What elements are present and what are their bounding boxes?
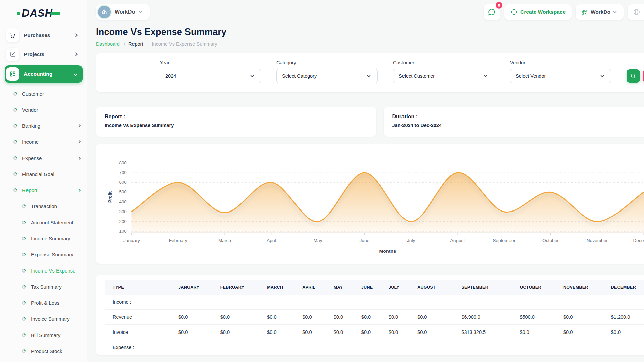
create-workspace-button[interactable]: Create Workspace (504, 4, 572, 20)
sidebar-item-financial-goal[interactable]: Financial Goal (5, 166, 83, 182)
duration-summary-card: Duration : Jan-2024 to Dec-2024 (384, 107, 644, 137)
value-cell: $0.0 (385, 325, 414, 340)
category-select[interactable]: Select Category (276, 69, 378, 83)
chevron-down-icon (367, 74, 371, 77)
x-tick-label: March (218, 238, 231, 243)
chevron-right-icon (123, 43, 125, 45)
value-cell: $0.0 (358, 325, 385, 340)
customer-select[interactable]: Select Customer (393, 69, 494, 83)
bullet-icon (13, 108, 17, 112)
value-cell: $313,320.5 (458, 325, 516, 340)
sidebar-item-income[interactable]: Income (5, 134, 83, 150)
x-tick-label: October (542, 238, 559, 243)
bullet-icon (22, 204, 26, 208)
value-cell: $0.0 (358, 310, 385, 325)
x-tick-label: August (450, 238, 465, 243)
sidebar-item-accounting[interactable]: Accounting (5, 65, 83, 83)
select-value: Select Category (282, 73, 317, 79)
sidebar-item-expense-summary[interactable]: Expense Summary (5, 246, 83, 262)
x-axis-title: Months (379, 248, 396, 254)
logo-dash-icon (50, 12, 60, 15)
duration-card-title: Duration : (392, 114, 644, 120)
sidebar-item-label: Tax Summary (31, 284, 83, 290)
sidebar-item-label: Vendor (22, 107, 83, 113)
sidebar-item-customer[interactable]: Customer (5, 85, 83, 102)
cart-icon (6, 28, 19, 42)
sidebar-item-income-summary[interactable]: Income Summary (5, 230, 83, 246)
sidebar-item-label: Income Summary (31, 236, 83, 241)
x-tick-label: January (123, 238, 140, 243)
sidebar-item-label: Invoice Summary (31, 316, 83, 322)
chevron-down-icon (74, 72, 77, 76)
bullet-icon (13, 188, 17, 192)
sidebar-item-account-statement[interactable]: Account Statement (5, 214, 83, 230)
sidebar-item-projects[interactable]: Projects (5, 45, 83, 64)
column-header: SEPTEMBER (458, 280, 516, 295)
value-cell: $0.0 (299, 310, 330, 325)
row-type-cell: Invoice (105, 325, 175, 340)
bullet-icon (22, 317, 26, 321)
filter-buttons (627, 69, 644, 83)
sidebar-item-expense[interactable]: Expense (5, 150, 83, 166)
sidebar-item-banking[interactable]: Banking (5, 118, 83, 134)
summary-cards: Report : Income Vs Expense Summary Durat… (96, 107, 644, 137)
sidebar-item-tax-summary[interactable]: Tax Summary (5, 279, 83, 295)
x-tick-label: September (493, 238, 516, 243)
breadcrumb-report[interactable]: Report (128, 41, 143, 47)
messages-button[interactable]: 0 (484, 4, 500, 20)
year-select[interactable]: 2024 (160, 69, 261, 83)
sidebar-item-label: Projects (24, 51, 74, 57)
create-workspace-label: Create Workspace (520, 9, 566, 15)
report-table: TYPEJANUARYFEBRUARYMARCHAPRILMAYJUNEJULY… (105, 280, 644, 355)
workdo-menu-button[interactable]: WorkDo (576, 4, 624, 20)
brand-logo[interactable]: DASH (17, 7, 83, 19)
breadcrumb-current: Income Vs Expense Summary (152, 41, 217, 47)
report-card-title: Report : (105, 114, 368, 120)
bullet-icon (22, 237, 26, 240)
sidebar-item-income-vs-expense[interactable]: Income Vs Expense (5, 262, 83, 279)
filter-label: Customer (393, 60, 494, 65)
sidebar-item-label: Profit & Loss (31, 300, 83, 306)
y-tick-label: 500 (119, 190, 127, 195)
value-cell: $500.0 (516, 310, 560, 325)
sidebar-item-product-stock[interactable]: Product Stock (5, 343, 83, 359)
value-cell: $0.0 (330, 325, 358, 340)
column-header: FEBRUARY (217, 280, 264, 295)
breadcrumb-dashboard[interactable]: Dashboard (96, 41, 120, 47)
apply-filter-button[interactable] (627, 69, 640, 83)
table-row: Invoice$0.0$0.0$0.0$0.0$0.0$0.0$0.0$0.0$… (105, 325, 644, 340)
sidebar-item-purchases[interactable]: Purchases (5, 25, 83, 45)
bullet-icon (22, 253, 26, 256)
sidebar-item-vendor[interactable]: Vendor (5, 102, 83, 118)
sidebar-item-label: Purchases (24, 32, 74, 38)
value-cell: $0.0 (608, 325, 644, 340)
sidebar-item-label: Accounting (24, 71, 74, 77)
language-selector[interactable]: EN (628, 4, 644, 20)
page-header: Income Vs Expense Summary Dashboard Repo… (96, 27, 644, 47)
bullet-icon (22, 349, 26, 353)
column-header: TYPE (105, 280, 175, 295)
chevron-right-icon (78, 188, 81, 192)
report-card-value: Income Vs Expense Summary (105, 123, 368, 128)
sidebar-item-label: Financial Goal (22, 171, 83, 177)
select-value: Select Customer (399, 73, 435, 79)
value-cell: $0.0 (264, 325, 299, 340)
sidebar-item-cash-flow[interactable]: Cash Flow (5, 359, 83, 362)
page-title: Income Vs Expense Summary (96, 27, 644, 37)
sidebar-item-bill-summary[interactable]: Bill Summary (5, 327, 83, 343)
vendor-select[interactable]: Select Vendor (510, 69, 611, 83)
sidebar-item-label: Account Statement (31, 220, 83, 225)
sidebar-item-invoice-summary[interactable]: Invoice Summary (5, 311, 83, 327)
y-tick-label: 100 (119, 229, 127, 234)
chevron-down-icon (484, 74, 487, 77)
x-tick-label: December (633, 238, 644, 243)
sidebar-item-report[interactable]: Report (5, 182, 83, 198)
table-row: Revenue$0.0$0.0$0.0$0.0$0.0$0.0$0.0$0.0$… (105, 310, 644, 325)
workspace-switcher[interactable]: WorkDo (96, 4, 150, 20)
sidebar-item-profit-loss[interactable]: Profit & Loss (5, 295, 83, 311)
value-cell: $0.0 (414, 310, 458, 325)
select-value: 2024 (165, 73, 176, 79)
sidebar-item-label: Product Stock (31, 348, 83, 354)
profit-area-chart: 100200300400500600700800JanuaryFebruaryM… (104, 150, 644, 259)
sidebar-item-transaction[interactable]: Transaction (5, 198, 83, 214)
